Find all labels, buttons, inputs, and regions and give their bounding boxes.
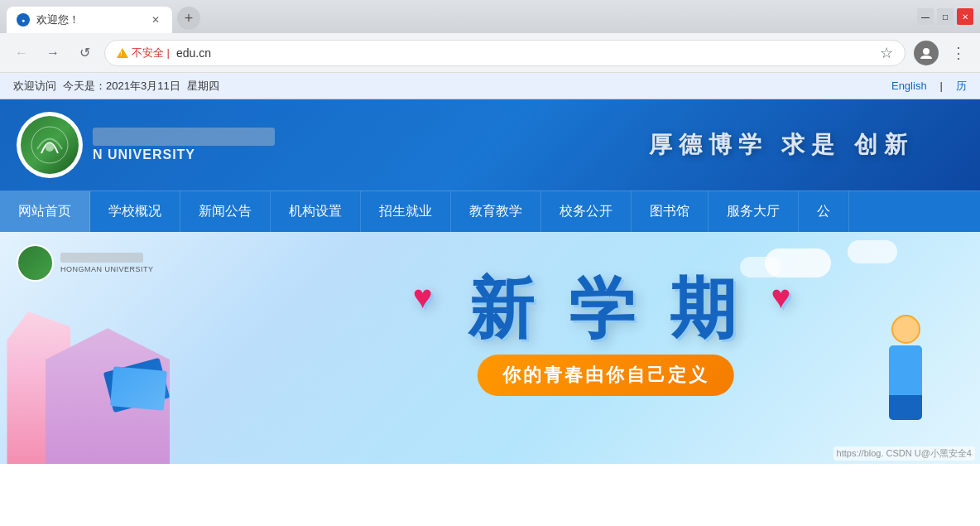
info-bar-left: 欢迎访问 今天是：2021年3月11日 星期四 <box>13 79 219 94</box>
watermark: https://blog. CSDN U@小黑安全4 <box>833 446 975 461</box>
svg-point-4 <box>46 143 54 152</box>
banner-heart-2: ♥ <box>771 278 799 315</box>
tab-bar: ● 欢迎您！ ✕ + <box>7 0 912 33</box>
svg-point-2 <box>923 48 930 55</box>
lang-en-link[interactable]: English <box>891 80 927 92</box>
nav-item-org[interactable]: 机构设置 <box>271 191 361 232</box>
info-bar: 欢迎访问 今天是：2021年3月11日 星期四 English | 历 <box>0 73 980 99</box>
banner-main-content: ♥ 新 学 期 ♥ 你的青春由你自己定义 <box>413 276 799 396</box>
lang-separator: | <box>940 80 943 92</box>
nav-item-more[interactable]: 公 <box>799 191 849 232</box>
new-tab-button[interactable]: + <box>177 7 200 30</box>
nav-item-overview[interactable]: 学校概况 <box>90 191 180 232</box>
tab-close-button[interactable]: ✕ <box>149 13 162 27</box>
char-legs <box>889 395 922 420</box>
info-bar-right: English | 历 <box>891 79 967 94</box>
university-name-en: N UNIVERSITY <box>93 147 275 162</box>
university-name-cn-blurred <box>93 128 275 146</box>
university-motto: 厚德博学 求是 创新 <box>649 129 914 161</box>
browser-frame: ● 欢迎您！ ✕ + — □ ✕ ← → ↺ 不安全 | edu.cn ☆ <box>0 0 980 526</box>
active-tab[interactable]: ● 欢迎您！ ✕ <box>7 7 172 33</box>
address-bar: ← → ↺ 不安全 | edu.cn ☆ ⋮ <box>0 33 980 73</box>
account-icon <box>920 46 933 60</box>
banner-logo-cn-blurred <box>60 253 143 263</box>
university-logo <box>17 112 83 178</box>
window-controls: — □ ✕ <box>917 8 973 25</box>
nav-item-library[interactable]: 图书馆 <box>632 191 709 232</box>
account-button[interactable] <box>914 41 939 65</box>
welcome-text: 欢迎访问 <box>13 79 56 94</box>
nav-item-enrollment[interactable]: 招生就业 <box>361 191 451 232</box>
day-text: 星期四 <box>187 79 219 94</box>
security-warning-icon: 不安全 | <box>117 46 170 60</box>
logo-inner <box>21 116 79 174</box>
maximize-button[interactable]: □ <box>937 8 954 25</box>
minimize-button[interactable]: — <box>917 8 934 25</box>
forward-button[interactable]: → <box>41 41 65 65</box>
university-header: N UNIVERSITY 厚德博学 求是 创新 <box>0 99 980 191</box>
tab-favicon: ● <box>17 13 30 27</box>
banner-area: HONGMAN UNIVERSITY ♥ 新 学 期 ♥ 你的青春由你自己定义 <box>0 232 980 464</box>
page-content: 欢迎访问 今天是：2021年3月11日 星期四 English | 历 <box>0 73 980 526</box>
reload-button[interactable]: ↺ <box>73 41 96 65</box>
nav-item-services[interactable]: 服务大厅 <box>709 191 799 232</box>
cloud-decoration-3 <box>848 240 897 263</box>
nav-item-affairs[interactable]: 校务公开 <box>541 191 632 232</box>
banner-logo-en: HONGMAN UNIVERSITY <box>60 265 154 273</box>
browser-menu-button[interactable]: ⋮ <box>947 41 970 65</box>
logo-text-area: N UNIVERSITY <box>93 128 275 162</box>
date-text: 今天是：2021年3月11日 <box>63 79 180 94</box>
nav-item-home[interactable]: 网站首页 <box>0 191 90 232</box>
char-body <box>889 345 922 395</box>
banner-heart-1: ♥ <box>413 278 441 315</box>
character-illustration <box>864 315 947 464</box>
logo-svg <box>29 124 70 166</box>
banner-subtitle: 你的青春由你自己定义 <box>502 364 709 385</box>
title-bar: ● 欢迎您！ ✕ + — □ ✕ <box>0 0 980 33</box>
tab-title: 欢迎您！ <box>36 12 142 27</box>
logo-area: N UNIVERSITY <box>17 112 275 178</box>
banner-mini-logo: HONGMAN UNIVERSITY <box>17 244 154 282</box>
url-text: edu.cn <box>176 46 873 60</box>
banner-logo-text: HONGMAN UNIVERSITY <box>60 253 154 273</box>
banner-subtitle-wrap: 你的青春由你自己定义 <box>478 355 734 396</box>
banner-main-title: ♥ 新 学 期 ♥ <box>413 276 799 342</box>
bookmark-button[interactable]: ☆ <box>880 44 893 62</box>
book-decoration <box>108 364 174 414</box>
banner-logo-circle <box>17 244 54 282</box>
lang-history-link[interactable]: 历 <box>956 79 967 94</box>
svg-text:●: ● <box>22 17 25 23</box>
security-label: 不安全 | <box>132 46 170 60</box>
address-input[interactable]: 不安全 | edu.cn ☆ <box>104 40 906 66</box>
navigation-bar: 网站首页 学校概况 新闻公告 机构设置 招生就业 教育教学 校务公开 图书馆 服… <box>0 191 980 232</box>
nav-item-education[interactable]: 教育教学 <box>451 191 541 232</box>
nav-item-news[interactable]: 新闻公告 <box>180 191 271 232</box>
char-head <box>891 315 920 344</box>
back-button[interactable]: ← <box>10 41 33 65</box>
close-button[interactable]: ✕ <box>957 8 973 25</box>
